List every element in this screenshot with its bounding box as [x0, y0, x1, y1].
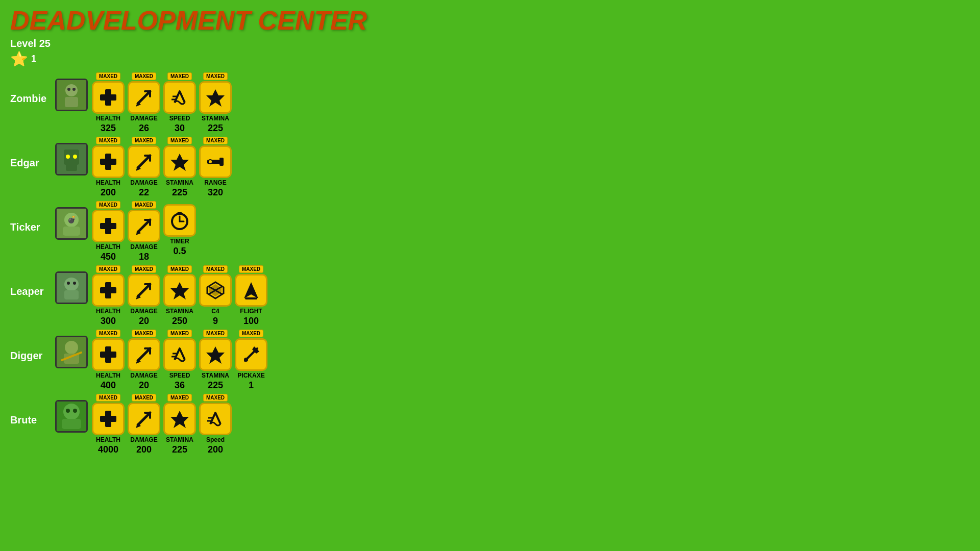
stats-group-zombie: MAXED HEALTH325MAXED DAMAGE26MAXED SPEED… [92, 72, 232, 134]
stat-icon-speed [199, 403, 232, 435]
stat-icon-damage [128, 403, 160, 435]
stat-name-label: DAMAGE [130, 436, 157, 443]
stat-card-zombie-speed: MAXED SPEED30 [163, 72, 196, 134]
stat-card-brute-damage: MAXED DAMAGE200 [128, 394, 160, 455]
stats-group-leaper: MAXED HEALTH300MAXED DAMAGE20MAXED STAMI… [92, 265, 267, 327]
stat-value: 36 [175, 380, 185, 391]
stat-name-label: STAMINA [202, 115, 229, 122]
stat-value: 1 [249, 380, 254, 391]
unit-row-digger: Digger MAXED HEALTH400MAXED DAMAGE20MAXE… [10, 330, 970, 391]
stat-icon-stamina [199, 338, 232, 371]
units-container: Zombie MAXED HEALTH325MAXED DAMAGE26MAXE… [0, 68, 980, 459]
svg-rect-66 [100, 352, 116, 358]
stat-value: 450 [101, 252, 116, 262]
svg-point-1 [65, 84, 78, 96]
stat-name-label: DAMAGE [130, 308, 157, 315]
maxed-label: MAXED [96, 201, 120, 209]
svg-line-7 [138, 91, 150, 104]
stat-value: 225 [172, 187, 187, 198]
stat-icon-damage [128, 274, 160, 307]
unit-row-edgar: Edgar MAXED HEALTH200MAXED DAMAGE22MAXED… [10, 137, 970, 198]
stat-value: 225 [208, 123, 223, 134]
svg-line-21 [138, 156, 150, 168]
stat-value: 22 [139, 187, 149, 198]
unit-avatar-zombie [55, 79, 88, 111]
stat-icon-timer [163, 204, 196, 237]
svg-point-17 [73, 155, 77, 159]
unit-label-digger: Digger [10, 330, 51, 362]
maxed-label: MAXED [203, 72, 228, 80]
stat-name-label: DAMAGE [130, 179, 157, 186]
stat-card-zombie-health: MAXED HEALTH325 [92, 72, 125, 134]
stat-value: 26 [139, 123, 149, 134]
stat-value: 9 [213, 316, 218, 327]
stat-icon-stamina [163, 274, 196, 307]
svg-point-44 [64, 278, 79, 291]
stat-name-label: STAMINA [166, 179, 193, 186]
svg-rect-31 [63, 227, 80, 236]
svg-rect-2 [65, 97, 78, 107]
unit-label-edgar: Edgar [10, 137, 51, 169]
stat-icon-damage [128, 81, 160, 114]
unit-row-ticker: Ticker 💣 MAXED HEALTH450MAXED DAMAGE18 T… [10, 201, 970, 262]
maxed-label: MAXED [96, 265, 120, 273]
unit-avatar-edgar [55, 143, 88, 176]
stat-value: 200 [101, 187, 116, 198]
stats-group-edgar: MAXED HEALTH200MAXED DAMAGE22MAXED STAMI… [92, 137, 232, 198]
svg-point-4 [72, 88, 76, 91]
stat-name-label: Speed [206, 436, 225, 443]
maxed-label: MAXED [167, 330, 192, 337]
maxed-label: MAXED [132, 201, 156, 209]
stat-name-label: HEALTH [96, 115, 120, 122]
maxed-label: MAXED [167, 137, 192, 144]
page-title: DEADVELOPMENT CENTER [0, 0, 980, 36]
stat-icon-health [92, 81, 125, 114]
stats-group-brute: MAXED HEALTH4000MAXED DAMAGE200MAXED STA… [92, 394, 232, 455]
stat-name-label: FLIGHT [240, 308, 262, 315]
star-icon: ⭐ [10, 51, 28, 67]
svg-rect-6 [100, 94, 116, 101]
stat-name-label: C4 [211, 308, 219, 315]
maxed-label: MAXED [203, 330, 228, 337]
svg-rect-78 [62, 419, 81, 429]
stat-name-label: SPEED [169, 372, 190, 379]
svg-point-16 [66, 155, 70, 159]
stat-name-label: DAMAGE [130, 243, 157, 251]
stat-card-digger-damage: MAXED DAMAGE20 [128, 330, 160, 391]
svg-rect-45 [64, 290, 79, 299]
maxed-label: MAXED [239, 265, 263, 273]
stat-icon-damage [128, 338, 160, 371]
stat-icon-health [92, 338, 125, 371]
maxed-label: MAXED [132, 265, 156, 273]
stat-icon-speed [163, 81, 196, 114]
maxed-label: MAXED [96, 330, 120, 337]
stat-value: 20 [139, 316, 149, 327]
svg-point-62 [65, 341, 78, 354]
unit-avatar-leaper [55, 271, 88, 304]
stat-name-label: STAMINA [202, 372, 229, 379]
level-label: Level 25 [0, 36, 980, 49]
svg-marker-73 [206, 346, 225, 364]
stat-value: 18 [139, 252, 149, 262]
svg-line-67 [138, 348, 150, 361]
stat-name-label: PICKAXE [237, 372, 264, 379]
stat-card-leaper-c4: MAXED C49 [199, 265, 232, 327]
svg-point-3 [67, 88, 70, 91]
stat-value: 20 [139, 380, 149, 391]
svg-point-79 [66, 409, 70, 413]
maxed-label: MAXED [132, 330, 156, 337]
star-count: 1 [31, 54, 36, 64]
svg-point-75 [244, 358, 248, 362]
stats-group-ticker: MAXED HEALTH450MAXED DAMAGE18 TIMER0.5 [92, 201, 196, 262]
stat-icon-c4 [199, 274, 232, 307]
stat-name-label: TIMER [170, 238, 189, 245]
unit-label-zombie: Zombie [10, 72, 51, 105]
svg-point-46 [67, 282, 70, 285]
stats-group-digger: MAXED HEALTH400MAXED DAMAGE20MAXED SPEED… [92, 330, 267, 391]
svg-line-83 [138, 413, 150, 425]
maxed-label: MAXED [167, 394, 192, 402]
stat-name-label: HEALTH [96, 372, 120, 379]
stat-value: 4000 [98, 444, 118, 455]
stat-card-leaper-damage: MAXED DAMAGE20 [128, 265, 160, 327]
stat-icon-health [92, 210, 125, 242]
